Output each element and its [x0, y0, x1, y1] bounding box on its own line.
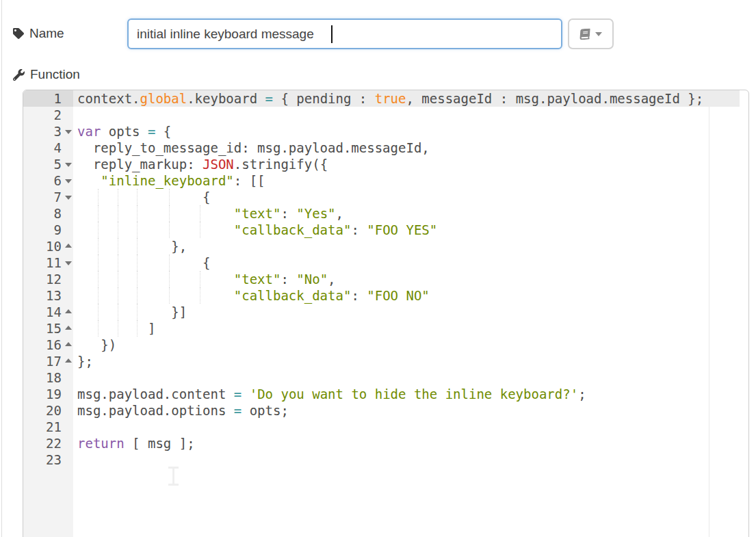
indent-guide: [137, 205, 138, 222]
gutter-row[interactable]: 21: [23, 419, 73, 435]
gutter-row[interactable]: 23: [23, 451, 73, 468]
code-line[interactable]: }]: [73, 304, 748, 320]
code-token: "FOO NO": [367, 288, 430, 303]
fold-triangle-down-icon[interactable]: [65, 179, 72, 183]
gutter-row[interactable]: 7: [23, 189, 73, 205]
fold-triangle-up-icon[interactable]: [65, 358, 72, 363]
line-number: 12: [46, 272, 62, 287]
code-token: true: [375, 91, 406, 106]
code-editor[interactable]: 1234567891011121314151617181920212223 co…: [23, 90, 749, 537]
gutter-row[interactable]: 3: [23, 123, 73, 140]
code-token: }): [77, 337, 116, 352]
line-number: 23: [46, 452, 62, 467]
code-token: "FOO YES": [367, 222, 437, 237]
code-token: [77, 222, 234, 237]
fold-triangle-up-icon[interactable]: [65, 342, 72, 346]
indent-guide: [118, 320, 118, 337]
code-token: .keyboard: [187, 91, 265, 106]
fold-triangle-up-icon[interactable]: [65, 244, 72, 248]
gutter-row[interactable]: 17: [23, 353, 73, 369]
indent-guide: [98, 304, 99, 320]
gutter-row[interactable]: 15: [23, 320, 73, 337]
gutter-row[interactable]: 18: [23, 369, 73, 386]
caret-down-icon: [595, 32, 602, 36]
code-line[interactable]: reply_to_message_id: msg.payload.message…: [73, 140, 748, 156]
code-line[interactable]: }): [73, 337, 748, 353]
code-line[interactable]: msg.payload.options = opts;: [73, 402, 748, 419]
fold-triangle-down-icon[interactable]: [65, 163, 72, 167]
gutter-row[interactable]: 19: [23, 386, 73, 402]
code-line[interactable]: [73, 369, 748, 386]
code-line[interactable]: "callback_data": "FOO NO": [73, 287, 748, 304]
code-line[interactable]: ]: [73, 320, 748, 337]
code-token: .stringify({: [234, 157, 328, 172]
code-line[interactable]: reply_markup: JSON.stringify({: [73, 156, 748, 172]
editor-gutter[interactable]: 1234567891011121314151617181920212223: [23, 90, 73, 537]
code-token: =: [265, 91, 273, 106]
code-line[interactable]: "text": "No",: [73, 271, 748, 287]
code-line[interactable]: "callback_data": "FOO YES": [73, 222, 748, 238]
code-line[interactable]: [73, 107, 748, 123]
indent-guide: [118, 205, 118, 222]
indent-guide: [169, 222, 170, 238]
code-token: ]: [77, 321, 155, 336]
gutter-row[interactable]: 6: [23, 172, 73, 189]
function-label-text: Function: [30, 67, 80, 82]
code-token: : [[: [234, 173, 265, 188]
fold-triangle-down-icon[interactable]: [65, 261, 72, 265]
line-number: 3: [54, 124, 62, 139]
code-token: "inline_keyboard": [101, 173, 233, 188]
code-token: :: [351, 222, 367, 237]
code-token: JSON: [203, 157, 234, 172]
fold-triangle-up-icon[interactable]: [65, 309, 72, 313]
gutter-row[interactable]: 9: [23, 222, 73, 238]
gutter-row[interactable]: 22: [23, 435, 73, 451]
fold-triangle-up-icon[interactable]: [65, 326, 72, 330]
gutter-row[interactable]: 13: [23, 287, 73, 304]
code-line[interactable]: return [ msg ];: [73, 435, 748, 451]
line-number: 6: [54, 173, 62, 188]
gutter-row[interactable]: 8: [23, 205, 73, 222]
code-line[interactable]: {: [73, 189, 748, 205]
fold-triangle-down-icon[interactable]: [65, 196, 72, 200]
code-token: "callback_data": [234, 288, 352, 303]
gutter-row[interactable]: 14: [23, 304, 73, 320]
gutter-row[interactable]: 16: [23, 337, 73, 353]
gutter-row[interactable]: 5: [23, 156, 73, 172]
code-line[interactable]: "inline_keyboard": [[: [73, 172, 748, 189]
code-token: [77, 173, 101, 188]
line-number: 1: [54, 91, 62, 106]
line-number: 13: [46, 288, 62, 303]
wrench-icon: [13, 69, 25, 81]
gutter-row[interactable]: 20: [23, 402, 73, 419]
library-button[interactable]: [568, 18, 614, 49]
gutter-row[interactable]: 12: [23, 271, 73, 287]
code-line[interactable]: [73, 451, 748, 468]
code-line[interactable]: },: [73, 238, 748, 254]
name-input[interactable]: [127, 18, 562, 49]
code-token: opts: [101, 124, 148, 139]
code-line[interactable]: [73, 419, 748, 435]
code-line[interactable]: "text": "Yes",: [73, 205, 748, 222]
code-token: { pending :: [273, 91, 375, 106]
code-line[interactable]: };: [73, 353, 748, 369]
line-number: 22: [46, 436, 62, 451]
gutter-row[interactable]: 4: [23, 140, 73, 156]
code-line[interactable]: var opts = {: [73, 123, 748, 140]
fold-triangle-down-icon[interactable]: [65, 130, 72, 134]
editor-content[interactable]: context.global.keyboard = { pending : tr…: [73, 90, 748, 537]
gutter-row[interactable]: 2: [23, 107, 73, 123]
code-token: :: [351, 288, 367, 303]
gutter-row[interactable]: 11: [23, 254, 73, 271]
tag-icon: [13, 28, 24, 39]
indent-guide: [118, 304, 118, 320]
indent-guide: [200, 205, 200, 222]
gutter-row[interactable]: 1: [23, 90, 73, 107]
code-line[interactable]: {: [73, 254, 748, 271]
line-number: 8: [54, 206, 62, 221]
gutter-row[interactable]: 10: [23, 238, 73, 254]
code-token: {: [155, 124, 171, 139]
code-line[interactable]: context.global.keyboard = { pending : tr…: [73, 90, 748, 107]
line-number: 15: [46, 321, 62, 336]
code-line[interactable]: msg.payload.content = 'Do you want to hi…: [73, 386, 748, 402]
